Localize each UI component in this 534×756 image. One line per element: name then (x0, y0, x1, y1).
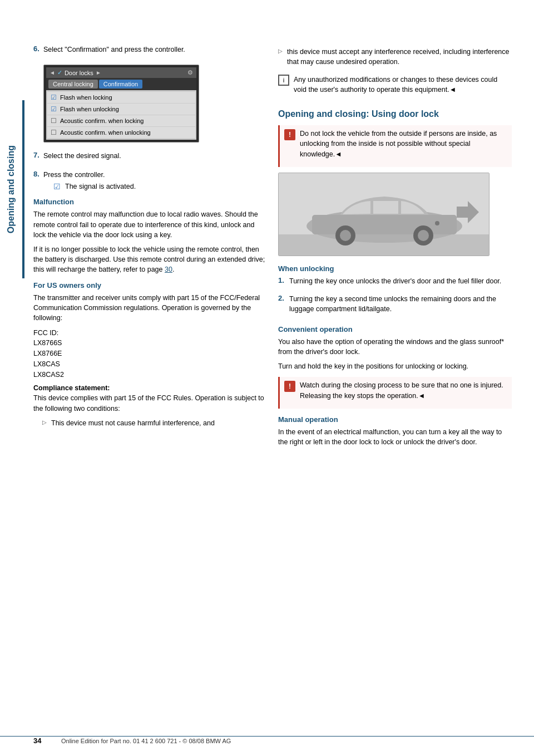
when-unlocking-heading: When unlocking (278, 264, 512, 273)
ui-row-flash-unlocking: Flash when unlocking (47, 104, 195, 115)
manual-operation-text: In the event of an electrical malfunctio… (278, 427, 512, 447)
forward-arrow-icon: ► (96, 70, 101, 76)
sidebar-accent (22, 100, 24, 278)
svg-point-5 (340, 230, 351, 241)
convenient-heading: Convenient operation (278, 325, 512, 333)
page-container: Opening and closing 6. Select "Confirmat… (0, 0, 534, 756)
ui-row-flash-locking: Flash when locking (47, 92, 195, 103)
ui-checkmark-icon: ✓ (57, 69, 62, 76)
signal-checkmark-icon: ☑ (53, 182, 61, 191)
malfunction-heading: Malfunction (33, 198, 267, 206)
back-arrow-icon: ◄ (50, 70, 55, 76)
fcc-ids: FCC ID: LX8766S LX8766E LX8CAS LX8CAS2 (33, 328, 267, 380)
section-heading-door-lock: Opening and closing: Using door lock (278, 109, 512, 120)
step-8: 8. Press the controller. ☑ The signal is… (33, 170, 267, 191)
warning-box-convenient: ! Watch during the closing process to be… (278, 377, 512, 408)
ui-screenshot: ◄ ✓ Door locks ► ⚙ Central locking Confi… (43, 65, 199, 143)
note-icon: i (278, 75, 289, 86)
compliance-statement: Compliance statement: This device compli… (33, 383, 267, 413)
unlock-step-2: 2. Turning the key a second time unlocks… (278, 294, 512, 318)
svg-point-8 (435, 221, 439, 225)
ui-rows: Flash when locking Flash when unlocking … (46, 90, 196, 140)
bullet-1: ▷ This device must not cause harmful int… (42, 418, 267, 433)
ui-header-left: ◄ ✓ Door locks ► (50, 69, 101, 76)
car-diagram-svg (279, 173, 490, 256)
step-6: 6. Select "Confirmation" and press the c… (33, 45, 267, 59)
convenient-text1: You also have the option of operating th… (278, 337, 512, 357)
note-box: i Any unauthorized modifications or chan… (278, 75, 512, 99)
triangle-bullet-icon-2: ▷ (278, 48, 284, 54)
left-column: 6. Select "Confirmation" and press the c… (33, 45, 267, 435)
unlock-step-1: 1. Turning the key once unlocks the driv… (278, 276, 512, 291)
right-column: ▷ this device must accept any interferen… (278, 45, 512, 451)
ui-door-locks-label: Door locks (65, 70, 93, 76)
footer-text: Online Edition for Part no. 01 41 2 600 … (61, 738, 231, 744)
ui-row-acoustic-unlocking: Acoustic confirm. when unlocking (47, 127, 195, 138)
convenient-text2: Turn and hold the key in the positions f… (278, 361, 512, 371)
svg-point-7 (418, 230, 429, 241)
manual-operation-heading: Manual operation (278, 415, 512, 424)
ui-tab-confirmation: Confirmation (99, 80, 142, 89)
ui-tabs: Central locking Confirmation (46, 78, 196, 90)
sidebar-label: Opening and closing (0, 100, 22, 278)
step-7: 7. Select the desired signal. (33, 151, 267, 165)
signal-activated-line: ☑ The signal is activated. (53, 182, 136, 191)
ui-header: ◄ ✓ Door locks ► ⚙ (46, 67, 196, 78)
bullet-2: ▷ this device must accept any interferen… (278, 47, 512, 71)
page-number: 34 (33, 737, 50, 745)
ui-settings-icon: ⚙ (187, 69, 193, 76)
malfunction-page-link[interactable]: 30 (165, 266, 172, 273)
warning-box-door-lock: ! Do not lock the vehicle from the outsi… (278, 125, 512, 166)
malfunction-text1: The remote control may malfunction due t… (33, 209, 267, 239)
for-us-heading: For US owners only (33, 281, 267, 289)
for-us-text1: The transmitter and receiver units compl… (33, 293, 267, 323)
malfunction-text2: If it is no longer possible to lock the … (33, 244, 267, 274)
warning-triangle-icon-2: ! (284, 381, 295, 392)
car-image (278, 173, 490, 256)
warning-triangle-icon: ! (284, 129, 295, 140)
ui-row-acoustic-locking: Acoustic confirm. when locking (47, 115, 195, 126)
triangle-bullet-icon-1: ▷ (42, 419, 48, 425)
svg-rect-3 (312, 215, 457, 234)
ui-tab-central-locking: Central locking (48, 80, 98, 89)
footer: 34 Online Edition for Part no. 01 41 2 6… (0, 736, 534, 745)
